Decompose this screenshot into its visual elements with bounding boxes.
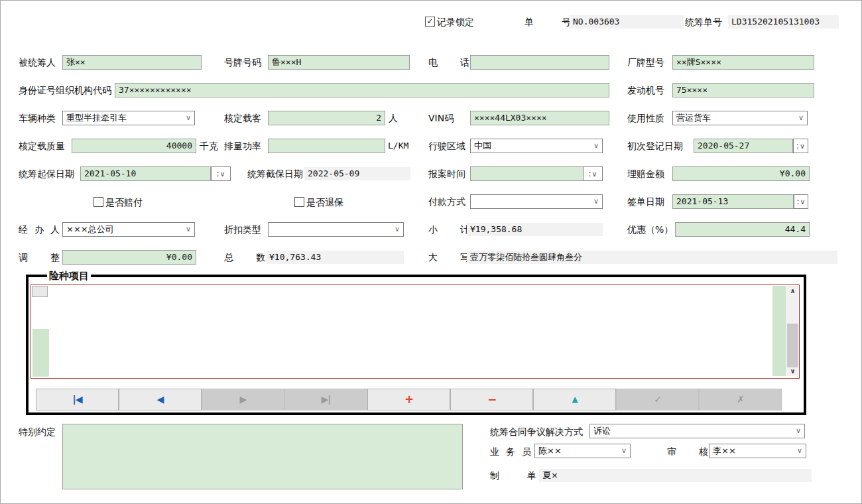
check-icon: ✓: [426, 17, 433, 26]
prior-record-icon: ◀: [157, 394, 164, 405]
plate-input[interactable]: 鲁×××H: [268, 55, 410, 70]
tc-no-label: 统筹单号: [685, 17, 722, 27]
report-time-label: 报案时间: [428, 168, 465, 179]
scroll-down-button[interactable]: ∨: [787, 366, 798, 376]
special-terms-label: 特别约定: [19, 426, 56, 437]
end-date-field: 2022-05-09: [304, 167, 410, 180]
handler-select[interactable]: ×××总公司∨: [62, 222, 195, 237]
load-mass-unit: 千克: [200, 141, 218, 151]
claim-amount-label: 理赔金额: [627, 168, 664, 179]
grid-right-column: [772, 286, 786, 376]
special-terms-textarea[interactable]: [62, 424, 463, 489]
displacement-label: 排量功率: [224, 141, 261, 151]
dispute-resolution-select[interactable]: 诉讼∨: [589, 424, 805, 438]
sign-date-label: 签单日期: [627, 196, 664, 207]
vin-label: VIN码: [428, 113, 454, 123]
engine-no-input[interactable]: 75××××: [672, 83, 814, 97]
handler-label: 经办人: [19, 224, 60, 235]
load-mass-input[interactable]: 40000: [72, 139, 196, 153]
scrollbar-thumb[interactable]: [787, 324, 798, 367]
total-label: 总数: [224, 252, 265, 263]
is-paid-checkbox[interactable]: [93, 197, 103, 207]
insured-input[interactable]: 张××: [62, 55, 202, 70]
grid-indicator-column: [32, 329, 49, 377]
chevron-down-icon: ∨: [796, 424, 801, 438]
report-time-dropdown-button[interactable]: :∨: [583, 166, 603, 181]
nav-prior-button[interactable]: ◀: [119, 389, 202, 410]
last-record-icon: ▶|: [322, 394, 331, 405]
is-surrender-checkbox[interactable]: [294, 197, 304, 207]
salesman-label: 业务员: [490, 446, 531, 457]
chevron-down-icon: ∨: [800, 198, 805, 206]
risk-items-grid[interactable]: ∧ ∨: [31, 284, 800, 379]
claim-amount-input[interactable]: ¥0.00: [672, 166, 810, 181]
reviewer-label: 审核: [667, 446, 708, 457]
subtotal-field: ¥19,358.68: [467, 223, 603, 236]
chevron-down-icon: ∨: [800, 142, 805, 151]
nav-cancel-button: ✗: [699, 389, 782, 410]
nav-last-button: ▶|: [284, 389, 367, 410]
nav-delete-button[interactable]: −: [450, 389, 533, 410]
next-record-icon: ▶: [240, 394, 247, 405]
delete-record-icon: −: [487, 393, 496, 406]
payment-method-select[interactable]: ∨: [470, 194, 603, 209]
chevron-down-icon: ∨: [798, 111, 804, 125]
reviewer-select[interactable]: 李××∨: [709, 444, 806, 458]
sign-date-dropdown-button[interactable]: :∨: [794, 194, 808, 209]
end-date-label: 统筹截保日期: [247, 168, 303, 179]
seating-label: 核定载客: [224, 113, 261, 123]
scroll-up-button[interactable]: ∧: [787, 286, 798, 296]
preparer-field: 夏×: [539, 469, 812, 482]
chevron-down-icon: ∨: [621, 444, 627, 458]
id-code-input[interactable]: 37××××××××××××: [115, 83, 609, 97]
start-date-input[interactable]: 2021-05-10: [80, 166, 211, 181]
first-reg-date-dropdown-button[interactable]: :∨: [793, 139, 808, 153]
nav-insert-button[interactable]: +: [367, 389, 450, 410]
brand-input[interactable]: ××牌S××××: [672, 55, 814, 70]
discount-pct-label: 优惠（%）: [627, 224, 673, 235]
discount-type-label: 折扣类型: [224, 224, 261, 235]
load-mass-label: 核定载质量: [19, 141, 65, 151]
phone-label: 电话: [428, 57, 469, 68]
report-time-input[interactable]: [470, 166, 584, 181]
doc-no-field: NO.003603: [570, 15, 684, 29]
dispute-resolution-label: 统筹合同争议解决方式: [490, 426, 583, 437]
record-lock-checkbox[interactable]: ✓: [425, 17, 435, 27]
chevron-down-icon: ∨: [593, 195, 599, 208]
brand-label: 厂牌型号: [627, 57, 664, 68]
discount-type-select[interactable]: ∨: [268, 222, 404, 237]
engine-no-label: 发动机号: [627, 85, 664, 95]
chevron-down-icon: ∨: [219, 170, 225, 178]
salesman-select[interactable]: 陈××∨: [534, 444, 631, 458]
displacement-input[interactable]: [268, 139, 385, 153]
grid-vertical-scrollbar[interactable]: ∧ ∨: [787, 286, 798, 376]
region-label: 行驶区域: [428, 141, 465, 151]
adjustment-input[interactable]: ¥0.00: [62, 250, 196, 265]
nav-edit-button[interactable]: ▲: [533, 389, 616, 410]
is-paid-label: 是否赔付: [105, 197, 143, 208]
vin-input[interactable]: ××××44LX03××××: [470, 111, 609, 125]
usage-select[interactable]: 营运货车∨: [672, 111, 808, 125]
policy-form-window: ✓ 记录锁定 单号 NO.003603 统筹单号 LD3152021051310…: [0, 0, 862, 504]
amount-words-field: 壹万零柒佰陆拾叁圆肆角叁分: [467, 251, 837, 264]
first-reg-date-input[interactable]: 2020-05-27: [694, 139, 793, 153]
chevron-down-icon: ∨: [591, 170, 597, 178]
phone-input[interactable]: [470, 55, 609, 70]
seating-input[interactable]: 2: [268, 111, 385, 125]
total-field: ¥10,763.43: [266, 251, 404, 264]
vehicle-type-select[interactable]: 重型半挂牵引车∨: [62, 111, 195, 125]
chevron-down-icon: ∨: [593, 139, 599, 153]
insured-label: 被统筹人: [19, 57, 56, 68]
cancel-edit-icon: ✗: [737, 394, 744, 405]
chevron-down-icon: ∨: [186, 223, 191, 236]
nav-first-button[interactable]: |◀: [36, 389, 119, 410]
discount-pct-input[interactable]: 44.4: [675, 222, 810, 237]
sign-date-input[interactable]: 2021-05-13: [672, 194, 794, 209]
doc-no-label: 单号: [524, 17, 571, 27]
displacement-unit: L/KM: [388, 141, 408, 151]
first-record-icon: |◀: [73, 394, 82, 405]
post-edit-icon: ✓: [654, 394, 661, 405]
chevron-down-icon: ∨: [790, 367, 795, 375]
start-date-dropdown-button[interactable]: :∨: [211, 166, 231, 181]
region-select[interactable]: 中国∨: [470, 139, 603, 153]
